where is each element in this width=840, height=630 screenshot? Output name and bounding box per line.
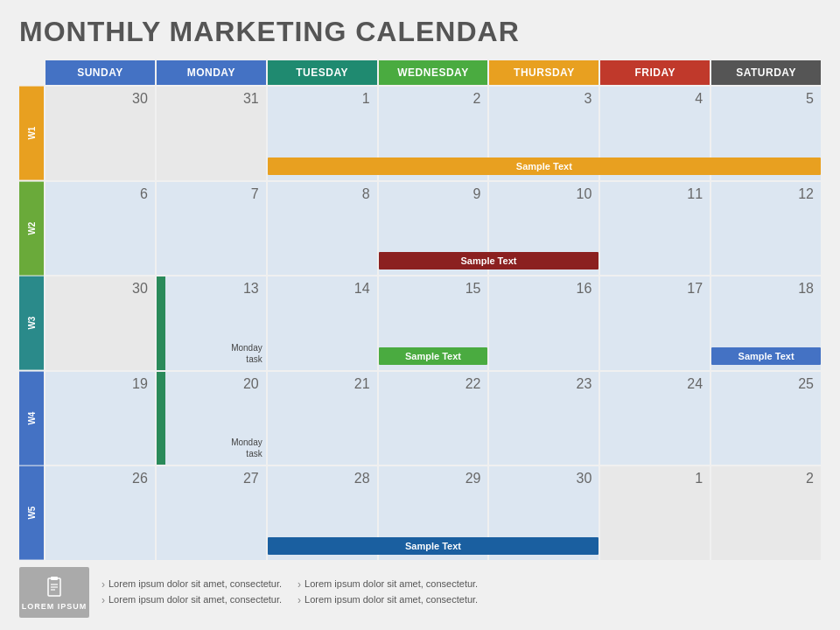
footer: LOREM IPSUM › Lorem ipsum dolor sit amet… — [19, 567, 821, 618]
arrow-icon-3: › — [102, 594, 105, 606]
day-number: 24 — [687, 376, 703, 392]
week-row-w3: W33013Monday task1415161718Sample TextSa… — [19, 276, 821, 370]
day-number: 13 — [243, 281, 259, 297]
day-cell-w4-5: 24 — [600, 372, 710, 466]
day-number: 27 — [243, 471, 259, 486]
day-cell-w2-5: 11 — [600, 182, 710, 276]
day-cell-w5-1: 27 — [157, 466, 266, 560]
day-cell-w5-5: 1 — [600, 466, 710, 560]
span-event: Sample Text — [711, 347, 821, 365]
week-label-w1: W1 — [19, 87, 44, 180]
day-cell-w3-2: 14 — [268, 276, 377, 370]
day-number: 22 — [466, 376, 481, 392]
cell-task-text: Monday task — [160, 437, 262, 459]
day-cell-w2-0: 6 — [46, 182, 155, 276]
day-number: 29 — [466, 471, 481, 486]
day-cell-w3-4: 16 — [489, 276, 598, 370]
week-label-w4: W4 — [19, 372, 44, 466]
day-number: 25 — [798, 376, 814, 392]
day-number: 30 — [576, 471, 592, 486]
footer-item-4: › Lorem ipsum dolor sit amet, consectetu… — [298, 594, 478, 606]
footer-item-2: › Lorem ipsum dolor sit amet, consectetu… — [298, 578, 478, 591]
day-number: 3 — [584, 91, 592, 107]
week-row-w4: W41920Monday task2122232425 — [19, 372, 821, 466]
day-cell-w2-1: 7 — [157, 182, 266, 276]
day-number: 12 — [798, 186, 814, 202]
day-cell-w4-0: 19 — [46, 372, 155, 466]
header-saturday: SATURDAY — [711, 60, 821, 85]
day-cell-w3-0: 30 — [46, 276, 155, 370]
day-cell-w1-0: 30 — [46, 87, 155, 180]
day-number: 6 — [140, 186, 148, 202]
day-cell-w4-4: 23 — [489, 372, 598, 466]
calendar-body: W1303112345Sample TextW26789101112Sample… — [19, 87, 821, 560]
week-label-w5: W5 — [19, 466, 44, 560]
footer-item-1: › Lorem ipsum dolor sit amet, consectetu… — [102, 578, 282, 591]
calendar-header: SUNDAYMONDAYTUESDAYWEDNESDAYTHURSDAYFRID… — [19, 60, 821, 85]
page-title: MONTHLY MARKETING CALENDAR — [19, 16, 821, 48]
day-number: 15 — [466, 281, 481, 297]
calendar: SUNDAYMONDAYTUESDAYWEDNESDAYTHURSDAYFRID… — [19, 60, 821, 560]
header-wednesday: WEDNESDAY — [379, 60, 488, 85]
day-cell-w1-1: 31 — [157, 87, 266, 180]
span-event: Sample Text — [379, 252, 599, 270]
day-number: 9 — [473, 186, 481, 202]
header-monday: MONDAY — [157, 60, 266, 85]
day-cell-w5-6: 2 — [711, 466, 821, 560]
day-cell-w4-3: 22 — [379, 372, 488, 466]
day-number: 5 — [806, 91, 814, 107]
svg-rect-1 — [51, 577, 58, 580]
day-cell-w4-2: 21 — [268, 372, 377, 466]
day-number: 19 — [132, 376, 148, 392]
day-number: 23 — [576, 376, 592, 392]
footer-row-2: › Lorem ipsum dolor sit amet, consectetu… — [102, 594, 821, 606]
footer-icon-label: LOREM IPSUM — [22, 602, 88, 611]
footer-icon-box: LOREM IPSUM — [19, 567, 89, 618]
week-row-w5: W5262728293012Sample Text — [19, 466, 821, 560]
day-number: 10 — [576, 186, 592, 202]
week-row-w1: W1303112345Sample Text — [19, 87, 821, 180]
day-number: 18 — [798, 281, 814, 297]
span-event: Sample Text — [379, 347, 488, 365]
day-cell-w4-6: 25 — [711, 372, 821, 466]
header-spacer — [19, 60, 44, 85]
day-number: 21 — [354, 376, 370, 392]
header-thursday: THURSDAY — [489, 60, 598, 85]
clipboard-icon — [42, 575, 66, 599]
span-event: Sample Text — [268, 158, 821, 175]
arrow-icon-1: › — [102, 578, 105, 591]
day-number: 1 — [362, 91, 370, 107]
day-number: 1 — [695, 471, 703, 486]
day-number: 8 — [362, 186, 370, 202]
day-number: 7 — [251, 186, 259, 202]
day-number: 20 — [243, 376, 259, 392]
day-number: 26 — [132, 471, 148, 486]
day-cell-w2-2: 8 — [268, 182, 377, 276]
header-friday: FRIDAY — [600, 60, 710, 85]
day-number: 28 — [354, 471, 370, 486]
day-number: 14 — [354, 281, 370, 297]
day-cell-w2-6: 12 — [711, 182, 821, 276]
day-cell-w4-1: 20Monday task — [157, 372, 266, 466]
footer-row-1: › Lorem ipsum dolor sit amet, consectetu… — [102, 578, 821, 591]
day-number: 17 — [687, 281, 703, 297]
week-label-w2: W2 — [19, 182, 44, 276]
arrow-icon-4: › — [298, 594, 301, 606]
day-number: 16 — [576, 281, 592, 297]
week-row-w2: W26789101112Sample Text — [19, 182, 821, 276]
footer-text-block: › Lorem ipsum dolor sit amet, consectetu… — [102, 578, 821, 606]
day-number: 31 — [243, 91, 259, 107]
header-tuesday: TUESDAY — [268, 60, 377, 85]
day-cell-w5-0: 26 — [46, 466, 155, 560]
day-number: 11 — [687, 186, 703, 202]
arrow-icon-2: › — [298, 578, 301, 591]
day-number: 2 — [473, 91, 481, 107]
page: MONTHLY MARKETING CALENDAR SUNDAYMONDAYT… — [0, 0, 840, 630]
day-number: 4 — [695, 91, 703, 107]
day-number: 30 — [132, 91, 148, 107]
day-number: 30 — [132, 281, 148, 297]
cell-task-text: Monday task — [160, 342, 262, 365]
span-event: Sample Text — [268, 537, 599, 555]
footer-item-3: › Lorem ipsum dolor sit amet, consectetu… — [102, 594, 282, 606]
day-cell-w3-5: 17 — [600, 276, 710, 370]
